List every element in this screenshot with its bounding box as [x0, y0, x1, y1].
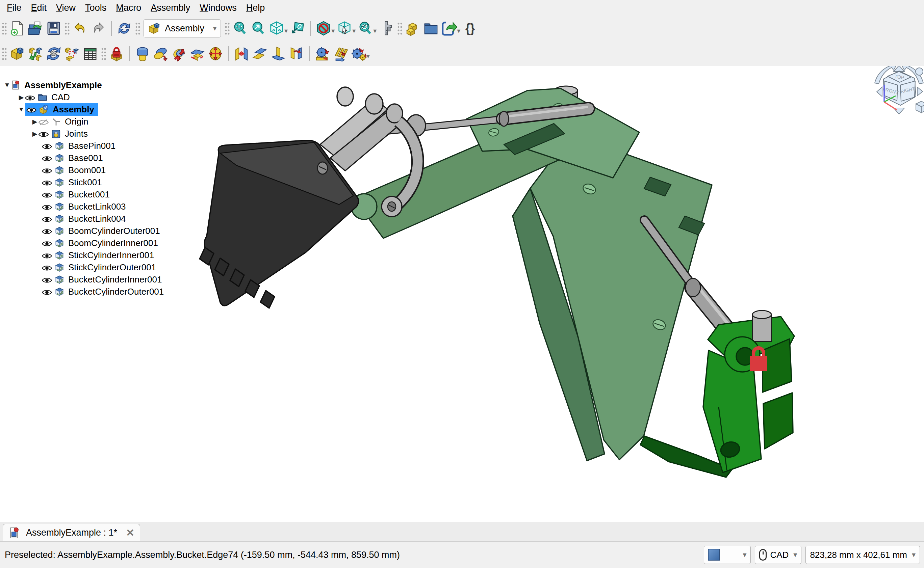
revolute-joint-button[interactable]	[133, 44, 151, 63]
ground-joint-button[interactable]	[108, 44, 126, 63]
tree-row[interactable]: BucketLink004	[0, 213, 169, 225]
chevron-down-icon[interactable]: ▾	[331, 27, 335, 35]
open-document-button[interactable]	[26, 18, 45, 38]
tree-item-label[interactable]: Boom001	[68, 165, 108, 176]
toolbar-drag-handle[interactable]	[101, 47, 106, 61]
menu-view[interactable]: View	[52, 2, 80, 15]
perpendicular-joint-button[interactable]	[269, 44, 287, 63]
tree-item-label[interactable]: StickCylinderInner001	[68, 249, 156, 261]
caret-down-icon[interactable]: ▼	[3, 82, 11, 89]
chevron-down-icon[interactable]: ▾	[284, 27, 288, 35]
eye-icon[interactable]	[42, 203, 52, 210]
undo-button[interactable]	[71, 18, 89, 38]
eye-icon[interactable]	[42, 239, 52, 247]
tree-row[interactable]: Boom001	[0, 164, 169, 176]
gears-joint-button[interactable]	[350, 44, 368, 63]
toolbar-drag-handle[interactable]	[2, 21, 7, 35]
chevron-down-icon[interactable]: ▾	[367, 52, 370, 60]
eye-icon[interactable]	[42, 191, 52, 198]
workbench-selector[interactable]: Assembly ▾	[144, 19, 221, 38]
tree-item-label[interactable]: BoomCylinderInner001	[68, 237, 160, 249]
tree-item-label[interactable]: Origin	[65, 116, 90, 128]
new-document-button[interactable]	[8, 18, 26, 38]
tree-item-label[interactable]: Bucket001	[68, 189, 112, 201]
fit-selection-button[interactable]	[249, 18, 268, 38]
tree-row[interactable]: BoomCylinderInner001	[0, 237, 169, 249]
insert-component-button[interactable]	[26, 44, 45, 63]
make-link-button[interactable]	[440, 18, 458, 38]
save-button[interactable]	[45, 18, 63, 38]
tree-item-label[interactable]: Joints	[65, 128, 90, 140]
tree-row[interactable]: BucketCylinderInner001	[0, 273, 169, 286]
create-part-button[interactable]	[404, 18, 422, 38]
tree-item-label[interactable]: Base001	[68, 152, 105, 164]
eye-icon[interactable]	[42, 227, 52, 234]
eye-icon[interactable]	[42, 166, 52, 174]
angle-joint-button[interactable]	[287, 44, 305, 63]
tree-row[interactable]: Stick001	[0, 176, 169, 188]
redo-button[interactable]	[89, 18, 108, 38]
menu-assembly[interactable]: Assembly	[146, 2, 195, 15]
tree-row[interactable]: ▶ Origin	[0, 115, 169, 128]
eye-icon[interactable]	[38, 130, 48, 137]
toolbar-drag-handle[interactable]	[397, 21, 402, 35]
measure-button[interactable]	[377, 18, 395, 38]
parallel-joint-button[interactable]	[251, 44, 269, 63]
tree-item-label[interactable]: BucketLink003	[68, 201, 128, 213]
clipping-plane-button[interactable]	[288, 18, 307, 38]
menu-windows[interactable]: Windows	[195, 2, 241, 15]
toolbar-drag-handle[interactable]	[224, 21, 230, 35]
tree-item-label[interactable]: Assembly	[53, 104, 94, 115]
tree-row[interactable]: ▼ AssemblyExample	[0, 79, 169, 91]
fit-all-button[interactable]	[231, 18, 249, 38]
slider-joint-button[interactable]	[170, 44, 188, 63]
tree-item-label[interactable]: StickCylinderOuter001	[68, 261, 158, 273]
tree-item-label[interactable]: BoomCylinderOuter001	[68, 225, 162, 237]
tree-row[interactable]: StickCylinderInner001	[0, 249, 169, 261]
caret-right-icon[interactable]: ▶	[31, 130, 38, 138]
tree-row[interactable]: StickCylinderOuter001	[0, 261, 169, 273]
ball-joint-button[interactable]	[206, 44, 224, 63]
eye-icon[interactable]	[42, 154, 52, 162]
menu-edit[interactable]: Edit	[26, 2, 52, 15]
toolbar-drag-handle[interactable]	[135, 21, 140, 35]
planar-joint-button[interactable]	[188, 44, 206, 63]
eye-icon[interactable]	[42, 251, 52, 259]
eye-icon[interactable]	[42, 264, 52, 271]
expression-button[interactable]: {}	[461, 18, 479, 38]
tree-item-label[interactable]: Stick001	[68, 177, 104, 188]
tree-item-label[interactable]: BucketCylinderOuter001	[68, 286, 166, 298]
tree-row[interactable]: BoomCylinderOuter001	[0, 225, 169, 237]
eye-icon[interactable]	[42, 288, 52, 295]
solve-assembly-button[interactable]	[45, 44, 63, 63]
eye-hidden-icon[interactable]	[38, 118, 48, 125]
create-assembly-button[interactable]	[8, 44, 26, 63]
tree-item-label[interactable]: AssemblyExample	[24, 79, 104, 91]
tree-row[interactable]: ▶ Joints	[0, 128, 169, 140]
tree-row[interactable]: Bucket001	[0, 188, 169, 201]
tree-row-selected[interactable]: ▼ Assembly	[0, 103, 169, 115]
tree-item-label[interactable]: BasePin001	[68, 140, 118, 152]
menu-file[interactable]: File	[2, 2, 26, 15]
rack-pinion-joint-button[interactable]	[313, 44, 331, 63]
selection-highlight[interactable]: Assembly	[25, 103, 98, 116]
chevron-down-icon[interactable]: ▾	[373, 27, 377, 35]
create-group-button[interactable]	[422, 18, 440, 38]
refresh-button[interactable]	[115, 18, 133, 38]
eye-icon[interactable]	[42, 215, 52, 222]
caret-right-icon[interactable]: ▶	[18, 94, 25, 101]
tree-item-label[interactable]: CAD	[52, 91, 72, 103]
bom-table-button[interactable]	[81, 44, 99, 63]
eye-icon[interactable]	[42, 142, 52, 150]
menu-macro[interactable]: Macro	[111, 2, 146, 15]
tree-row[interactable]: BucketLink003	[0, 201, 169, 213]
cylindrical-joint-button[interactable]	[151, 44, 170, 63]
caret-down-icon[interactable]: ▼	[18, 106, 25, 113]
selection-filter-button[interactable]	[335, 18, 354, 38]
chevron-down-icon[interactable]: ▾	[457, 27, 460, 35]
screw-joint-button[interactable]	[331, 44, 350, 63]
draw-style-button[interactable]	[314, 18, 333, 38]
create-joint-button[interactable]	[63, 44, 81, 63]
axonometric-view-button[interactable]	[268, 18, 286, 38]
menu-help[interactable]: Help	[241, 2, 270, 15]
